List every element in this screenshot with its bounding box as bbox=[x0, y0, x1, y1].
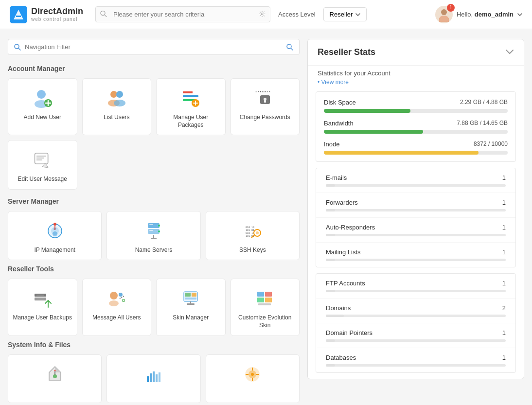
disk-space-bar bbox=[324, 109, 508, 113]
card-label: Name Servers bbox=[135, 247, 173, 254]
user-area[interactable]: 1 Hello, demo_admin bbox=[435, 6, 522, 23]
card-label: Manage User Packages bbox=[160, 114, 221, 129]
ftp-count: 1 bbox=[502, 280, 506, 287]
svg-point-46 bbox=[158, 230, 160, 232]
card-customize-skin[interactable]: Customize Evolution Skin bbox=[231, 279, 300, 335]
ip-management-icon: IP bbox=[43, 219, 67, 243]
nav-filter-icon bbox=[14, 44, 21, 51]
system-info-title: System Info & Files bbox=[8, 341, 300, 349]
search-bar bbox=[95, 6, 270, 22]
emails-label: E-mails bbox=[326, 174, 347, 181]
view-more-link[interactable]: • View more bbox=[308, 79, 524, 91]
message-users-icon bbox=[105, 287, 128, 310]
databases-stat: Databases 1 bbox=[316, 348, 515, 372]
card-label: SSH Keys bbox=[239, 247, 266, 254]
svg-point-82 bbox=[54, 370, 55, 371]
svg-rect-76 bbox=[257, 292, 264, 297]
stats-header: Reseller Stats bbox=[308, 39, 524, 66]
inode-bar bbox=[324, 151, 508, 155]
bandwidth-bar bbox=[324, 130, 508, 134]
card-skin-manager[interactable]: Skin Manager bbox=[156, 279, 226, 335]
databases-label: Databases bbox=[326, 354, 356, 361]
svg-point-18 bbox=[110, 91, 117, 98]
card-edit-message[interactable]: Edit User Message bbox=[8, 140, 77, 190]
domain-stats-group: FTP Accounts 1 Domains 2 Domain Pointers bbox=[316, 273, 516, 373]
svg-point-5 bbox=[261, 13, 263, 15]
access-level-button[interactable]: Reseller bbox=[323, 7, 367, 21]
account-manager-grid: Add New User List Users bbox=[8, 78, 300, 135]
inode-value: 8372 / 10000 bbox=[474, 141, 508, 148]
inode-label: Inode bbox=[324, 141, 340, 148]
svg-text:* * * * *: * * * * * bbox=[260, 90, 270, 94]
svg-rect-79 bbox=[265, 298, 272, 302]
avatar-wrap: 1 bbox=[435, 6, 453, 23]
card-label: Message All Users bbox=[92, 314, 141, 322]
logo-text: DirectAdmin web control panel bbox=[31, 7, 83, 22]
collapse-icon[interactable] bbox=[505, 47, 514, 57]
domain-pointers-label: Domain Pointers bbox=[326, 329, 372, 336]
manage-backups-icon bbox=[31, 287, 54, 310]
svg-rect-30 bbox=[264, 100, 266, 103]
main-layout: Account Manager Add New User bbox=[0, 29, 532, 405]
disk-space-value: 2.29 GB / 4.88 GB bbox=[460, 99, 508, 106]
reseller-tools-section: Reseller Tools Manage User Backups bbox=[8, 265, 300, 335]
card-label: Manage User Backups bbox=[13, 314, 72, 322]
ftp-accounts-stat: FTP Accounts 1 bbox=[316, 274, 515, 299]
search-icon bbox=[100, 10, 107, 18]
svg-point-41 bbox=[53, 223, 56, 226]
nav-filter-input[interactable] bbox=[25, 43, 283, 51]
hello-text: Hello, demo_admin bbox=[457, 11, 514, 18]
access-level-value: Reseller bbox=[330, 11, 353, 18]
search-input[interactable] bbox=[95, 6, 270, 22]
card-manage-packages[interactable]: Manage User Packages bbox=[156, 78, 226, 135]
bandwidth-label: Bandwidth bbox=[324, 120, 354, 127]
bandwidth-value: 7.88 GB / 14.65 GB bbox=[457, 120, 508, 127]
disk-space-row: Disk Space 2.29 GB / 4.88 GB bbox=[324, 99, 508, 113]
card-label: IP Management bbox=[34, 247, 75, 254]
card-add-new-user[interactable]: Add New User bbox=[8, 78, 77, 135]
system-icon-2 bbox=[142, 363, 165, 386]
header: DirectAdmin web control panel Access Lev… bbox=[0, 0, 532, 29]
mailing-lists-stat: Mailing Lists 1 bbox=[316, 243, 515, 267]
svg-line-10 bbox=[18, 48, 20, 50]
bandwidth-row: Bandwidth 7.88 GB / 14.65 GB bbox=[324, 120, 508, 134]
svg-rect-44 bbox=[148, 229, 160, 234]
svg-rect-48 bbox=[149, 230, 153, 231]
emails-count: 1 bbox=[502, 174, 506, 181]
card-ip-management[interactable]: IP IP Management bbox=[8, 211, 102, 261]
name-servers-icon bbox=[142, 219, 165, 243]
svg-rect-84 bbox=[150, 373, 152, 382]
card-message-users[interactable]: Message All Users bbox=[82, 279, 152, 335]
card-name-servers[interactable]: Name Servers bbox=[106, 211, 200, 261]
svg-rect-85 bbox=[153, 371, 155, 382]
card-change-passwords[interactable]: * * * * * * * * * * Change Passwords bbox=[231, 78, 300, 135]
server-manager-title: Server Manager bbox=[8, 197, 300, 205]
card-list-users[interactable]: List Users bbox=[82, 78, 152, 135]
emails-stat: E-mails 1 bbox=[316, 168, 515, 193]
svg-point-6 bbox=[441, 9, 447, 15]
card-system-1[interactable] bbox=[8, 354, 102, 403]
card-system-2[interactable] bbox=[106, 354, 200, 403]
forwarders-count: 1 bbox=[502, 199, 506, 206]
inode-fill bbox=[324, 151, 479, 155]
user-dropdown-icon bbox=[517, 13, 522, 16]
disk-space-fill bbox=[324, 109, 410, 113]
account-manager-section: Account Manager Add New User bbox=[8, 65, 300, 190]
ftp-label: FTP Accounts bbox=[326, 280, 365, 287]
system-info-grid bbox=[8, 354, 300, 403]
svg-rect-78 bbox=[257, 298, 264, 302]
card-label: Add New User bbox=[24, 114, 61, 122]
card-label: Edit User Message bbox=[18, 176, 67, 183]
auto-responders-label: Auto-Responders bbox=[326, 224, 375, 231]
card-label: Change Passwords bbox=[240, 114, 290, 122]
card-ssh-keys[interactable]: 010 10 101 01 010 10 101 01 SSH Keys bbox=[206, 211, 300, 261]
left-panel: Account Manager Add New User bbox=[8, 39, 300, 405]
card-system-3[interactable] bbox=[206, 354, 300, 403]
auto-responders-count: 1 bbox=[502, 224, 506, 231]
disk-space-label: Disk Space bbox=[324, 99, 356, 106]
resource-bars-section: Disk Space 2.29 GB / 4.88 GB Bandwidth 7… bbox=[316, 91, 516, 162]
forwarders-stat: Forwarders 1 bbox=[316, 193, 515, 218]
card-manage-backups[interactable]: Manage User Backups bbox=[8, 279, 77, 335]
skin-manager-icon bbox=[179, 287, 202, 310]
gear-icon[interactable] bbox=[259, 10, 266, 18]
